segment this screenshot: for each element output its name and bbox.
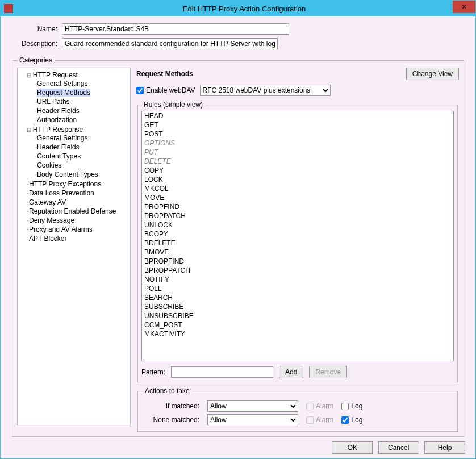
rules-fieldset: Rules (simple view) HEADGETPOSTOPTIONSPU… <box>137 101 458 383</box>
tree-req-auth[interactable]: Authorization <box>35 115 129 124</box>
log-label: Log <box>351 416 362 424</box>
rule-item[interactable]: UNSUBSCRIBE <box>142 311 453 320</box>
dialog-button-row: OK Cancel Help <box>11 437 465 454</box>
if-matched-label: If matched: <box>143 402 199 410</box>
if-matched-alarm-input <box>306 403 314 410</box>
rule-item[interactable]: BDELETE <box>142 239 453 248</box>
add-button[interactable]: Add <box>279 366 303 378</box>
alarm-label: Alarm <box>316 416 333 424</box>
categories-fieldset: Categories HTTP Request General Settings… <box>12 56 464 437</box>
tree-res-headers[interactable]: Header Fields <box>35 143 129 152</box>
window-title: Edit HTTP Proxy Action Configuration <box>13 5 475 13</box>
none-matched-label: None matched: <box>143 416 199 424</box>
cancel-button[interactable]: Cancel <box>378 441 419 454</box>
tree-deny[interactable]: Deny Message <box>27 216 129 225</box>
webdav-row: Enable webDAV RFC 2518 webDAV plus exten… <box>136 85 459 96</box>
actions-fieldset: Actions to take If matched: Allow Alarm … <box>137 387 458 432</box>
tree-req-methods[interactable]: Request Methods <box>35 88 129 97</box>
rule-item[interactable]: COPY <box>142 166 453 175</box>
actions-legend: Actions to take <box>143 387 192 395</box>
tree-res-body[interactable]: Body Content Types <box>35 170 129 179</box>
enable-webdav-input[interactable] <box>136 87 144 94</box>
tree-proxy-exceptions[interactable]: HTTP Proxy Exceptions <box>27 180 129 189</box>
close-icon: ✕ <box>461 3 467 11</box>
remove-button[interactable]: Remove <box>309 366 347 378</box>
pattern-label: Pattern: <box>141 368 165 376</box>
name-label: Name: <box>11 25 62 33</box>
rule-item[interactable]: OPTIONS <box>142 139 453 148</box>
ok-button[interactable]: OK <box>332 441 373 454</box>
rule-item[interactable]: POST <box>142 130 453 139</box>
rule-item[interactable]: MOVE <box>142 193 453 202</box>
rule-item[interactable]: SEARCH <box>142 293 453 302</box>
rule-item[interactable]: MKACTIVITY <box>142 329 453 339</box>
categories-legend: Categories <box>17 56 55 64</box>
none-matched-select[interactable]: Allow <box>207 414 298 425</box>
rule-item[interactable]: HEAD <box>142 111 453 120</box>
app-icon <box>4 4 13 13</box>
rule-item[interactable]: BMOVE <box>142 248 453 257</box>
alarm-label: Alarm <box>316 402 333 410</box>
pattern-row: Pattern: Add Remove <box>141 366 454 378</box>
tree-res-general[interactable]: General Settings <box>35 133 129 143</box>
rule-item[interactable]: NOTIFY <box>142 275 453 284</box>
tree-http-request[interactable]: HTTP Request General Settings Request Me… <box>27 70 129 125</box>
if-matched-log-input[interactable] <box>341 403 349 410</box>
rule-item[interactable]: MKCOL <box>142 184 453 193</box>
right-pane: Request Methods Change View Enable webDA… <box>131 68 459 432</box>
enable-webdav-label: Enable webDAV <box>146 86 195 94</box>
tree-req-general[interactable]: General Settings <box>35 79 129 88</box>
enable-webdav-checkbox[interactable]: Enable webDAV <box>136 86 195 94</box>
rules-listbox[interactable]: HEADGETPOSTOPTIONSPUTDELETECOPYLOCKMKCOL… <box>141 111 454 361</box>
tree-req-headers[interactable]: Header Fields <box>35 106 129 115</box>
tree-red[interactable]: Reputation Enabled Defense <box>27 207 129 216</box>
pane-title: Request Methods <box>136 70 193 78</box>
none-matched-log[interactable]: Log <box>341 416 362 424</box>
tree-gatewayav[interactable]: Gateway AV <box>27 198 129 207</box>
if-matched-alarm[interactable]: Alarm <box>306 402 333 410</box>
rule-item[interactable]: CCM_POST <box>142 320 453 329</box>
rule-item[interactable]: PROPPATCH <box>142 211 453 220</box>
tree-dlp[interactable]: Data Loss Prevention <box>27 189 129 198</box>
description-row: Description: <box>11 38 465 49</box>
rule-item[interactable]: PUT <box>142 148 453 157</box>
content-area: Name: Description: Categories HTTP Reque… <box>1 16 475 458</box>
rule-item[interactable]: BPROPFIND <box>142 257 453 266</box>
rule-item[interactable]: BCOPY <box>142 229 453 239</box>
pane-header: Request Methods Change View <box>136 68 459 80</box>
pattern-input[interactable] <box>171 366 273 378</box>
rule-item[interactable]: UNLOCK <box>142 220 453 229</box>
rule-item[interactable]: BPROPPATCH <box>142 266 453 275</box>
tree-res-content[interactable]: Content Types <box>35 152 129 161</box>
rule-item[interactable]: POLL <box>142 284 453 293</box>
none-matched-log-input[interactable] <box>341 416 349 424</box>
webdav-mode-select[interactable]: RFC 2518 webDAV plus extensions <box>200 85 331 96</box>
categories-tree[interactable]: HTTP Request General Settings Request Me… <box>17 68 131 425</box>
rule-item[interactable]: LOCK <box>142 175 453 184</box>
tree-res-cookies[interactable]: Cookies <box>35 161 129 170</box>
tree-req-urlpaths[interactable]: URL Paths <box>35 97 129 106</box>
close-button[interactable]: ✕ <box>453 1 475 13</box>
title-bar: Edit HTTP Proxy Action Configuration ✕ <box>1 1 475 16</box>
tree-apt[interactable]: APT Blocker <box>27 234 129 243</box>
none-matched-alarm-input <box>306 416 314 424</box>
rules-legend: Rules (simple view) <box>141 101 205 109</box>
name-input[interactable] <box>62 23 289 35</box>
change-view-button[interactable]: Change View <box>406 68 459 80</box>
description-input[interactable] <box>62 38 278 49</box>
rule-item[interactable]: SUBSCRIBE <box>142 302 453 311</box>
dialog-window: Edit HTTP Proxy Action Configuration ✕ N… <box>0 0 476 459</box>
name-row: Name: <box>11 23 465 35</box>
tree-alarms[interactable]: Proxy and AV Alarms <box>27 225 129 234</box>
tree-http-response[interactable]: HTTP Response General Settings Header Fi… <box>27 125 129 180</box>
if-matched-select[interactable]: Allow <box>207 400 298 412</box>
rule-item[interactable]: GET <box>142 120 453 130</box>
if-matched-row: If matched: Allow Alarm Log <box>143 400 453 412</box>
none-matched-alarm[interactable]: Alarm <box>306 416 333 424</box>
description-label: Description: <box>11 40 62 48</box>
log-label: Log <box>351 402 362 410</box>
if-matched-log[interactable]: Log <box>341 402 362 410</box>
help-button[interactable]: Help <box>424 441 465 454</box>
rule-item[interactable]: PROPFIND <box>142 202 453 211</box>
rule-item[interactable]: DELETE <box>142 157 453 166</box>
